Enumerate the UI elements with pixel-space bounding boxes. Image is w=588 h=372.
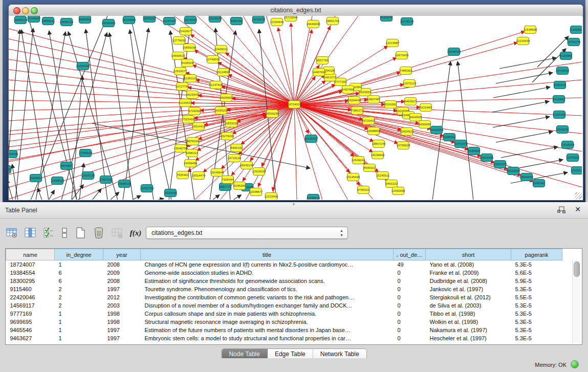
table-cell[interactable]: 5.3E-5 — [511, 310, 562, 318]
network-node[interactable]: 16914479 — [192, 172, 206, 180]
table-cell[interactable]: 1 — [55, 310, 103, 318]
network-node[interactable]: 18807249 — [372, 140, 386, 148]
network-node[interactable]: 11142891 — [570, 26, 582, 34]
network-node[interactable]: 10654923 — [400, 128, 414, 136]
tab-network-table[interactable]: Network Table — [313, 349, 366, 359]
table-cell[interactable]: 49 — [394, 260, 426, 269]
table-cell[interactable]: 5.3E-5 — [511, 285, 562, 293]
network-node[interactable]: 9129966 — [560, 52, 572, 60]
column-chooser-icon[interactable] — [24, 226, 37, 239]
table-cell[interactable]: 2 — [55, 285, 103, 293]
table-cell[interactable]: Genome-wide association studies in ADHD. — [141, 269, 394, 277]
network-node[interactable]: 16649100 — [240, 162, 254, 169]
table-row[interactable]: 946362711997Embryonic stem cells: a mode… — [6, 334, 562, 342]
network-node[interactable]: 8878334 — [187, 138, 199, 145]
network-node[interactable]: 11548877 — [249, 188, 263, 196]
table-cell[interactable]: 5.3E-5 — [511, 326, 562, 334]
network-node[interactable]: 16055200 — [214, 107, 228, 115]
network-node[interactable]: 17016504 — [561, 141, 575, 149]
network-edge[interactable] — [9, 180, 13, 200]
network-edge[interactable] — [49, 190, 54, 200]
network-edge[interactable] — [294, 26, 330, 104]
network-node[interactable]: 10997870 — [493, 161, 507, 168]
table-cell[interactable]: Nakamura et al. (1997) — [426, 326, 511, 334]
network-node[interactable]: 10756928 — [397, 142, 410, 149]
network-node[interactable]: 9438904 — [468, 147, 480, 155]
network-node[interactable]: 9106524 — [181, 59, 193, 67]
table-scrollbar[interactable] — [572, 260, 580, 343]
network-node[interactable]: 19861791 — [326, 17, 340, 25]
table-cell[interactable]: 1 — [55, 318, 103, 326]
network-node[interactable]: 15124899 — [216, 69, 230, 76]
network-node[interactable]: 9245099 — [233, 182, 246, 190]
network-node[interactable]: 6938922 — [443, 134, 455, 141]
table-cell[interactable]: 2008 — [103, 277, 141, 285]
table-cell[interactable]: 18724007 — [6, 260, 55, 269]
network-node[interactable]: 16958107 — [118, 180, 132, 188]
network-node[interactable]: 8216060 — [384, 101, 397, 108]
network-node[interactable]: 9115460 — [420, 104, 432, 112]
column-header-out_de[interactable]: ▵out_de… — [394, 249, 426, 260]
network-node[interactable]: 7525402 — [182, 116, 194, 123]
network-node[interactable]: 10719100 — [228, 155, 242, 162]
network-edge[interactable] — [294, 104, 494, 163]
network-node[interactable]: 16640930 — [307, 20, 320, 28]
table-cell[interactable]: 5.5E-5 — [511, 293, 562, 301]
network-node[interactable]: 10549244 — [352, 157, 365, 164]
network-node[interactable]: 10698016 — [307, 194, 320, 200]
network-node[interactable]: 9463627 — [404, 98, 417, 105]
network-node[interactable]: 12740607 — [27, 16, 41, 23]
network-node[interactable]: 11923446 — [164, 189, 178, 197]
table-cell[interactable]: 0 — [394, 326, 426, 334]
table-row[interactable]: 977716911998Corpus callosum shape and si… — [6, 310, 562, 318]
table-cell[interactable]: 1997 — [103, 285, 141, 293]
network-node[interactable]: 14660610 — [171, 52, 185, 60]
network-node[interactable]: 3918891 — [30, 174, 42, 182]
table-row[interactable]: 1938455462009Genome-wide association stu… — [6, 269, 562, 277]
row-height-icon[interactable] — [60, 226, 69, 239]
network-node[interactable]: 12916077 — [173, 68, 187, 75]
network-node[interactable]: 11568529 — [51, 177, 64, 185]
column-header-pagerank[interactable]: pagerank — [511, 249, 562, 260]
network-edge[interactable] — [9, 104, 294, 187]
table-cell[interactable]: 0 — [394, 334, 426, 342]
network-node[interactable]: 16499489 — [184, 160, 198, 167]
table-cell[interactable]: 2012 — [103, 293, 141, 301]
table-row[interactable]: 911546021997Tourette syndrome. Phenomeno… — [6, 285, 562, 293]
table-cell[interactable]: Yano et al. (2008) — [426, 260, 511, 269]
network-edge[interactable] — [38, 188, 42, 200]
network-edge[interactable] — [537, 36, 569, 67]
network-edge[interactable] — [130, 30, 154, 200]
network-node[interactable]: 7485063 — [400, 67, 412, 75]
network-edge[interactable] — [110, 33, 133, 200]
network-edge[interactable] — [492, 101, 549, 112]
table-cell[interactable]: 22420046 — [6, 293, 55, 301]
table-cell[interactable]: 5.3E-5 — [511, 260, 562, 269]
network-node[interactable]: 9604595 — [409, 114, 422, 121]
function-builder-icon[interactable]: f(x) — [129, 226, 142, 239]
table-cell[interactable]: 6 — [55, 269, 103, 277]
table-row[interactable]: 946554611997Estimation of the future num… — [6, 326, 562, 334]
table-cell[interactable]: Wolkin et al. (1998) — [426, 318, 511, 326]
network-edge[interactable] — [9, 49, 294, 104]
column-header-title[interactable]: title — [141, 249, 394, 260]
network-node[interactable]: 9245042 — [533, 180, 545, 187]
table-selector-dropdown[interactable]: citations_edges.txt ▲▼ — [146, 227, 348, 239]
network-node[interactable]: 15856099 — [183, 44, 197, 52]
network-node[interactable]: 4413562 — [553, 96, 565, 103]
network-edge[interactable] — [294, 16, 312, 104]
network-node[interactable]: 22400677 — [179, 28, 193, 35]
network-node[interactable]: 15276000 — [221, 133, 234, 140]
network-node[interactable]: 9450222 — [385, 180, 398, 188]
network-node[interactable]: 12203110 — [571, 167, 582, 174]
table-cell[interactable]: 14569117 — [6, 301, 55, 310]
table-cell[interactable]: 1998 — [103, 318, 141, 326]
network-node[interactable]: 16782759 — [140, 185, 154, 192]
table-cell[interactable]: Stergiakouli et al. (2012) — [426, 293, 511, 301]
table-cell[interactable]: 1998 — [103, 310, 141, 318]
network-node[interactable]: 9498222 — [186, 149, 198, 157]
table-cell[interactable]: 1997 — [103, 334, 141, 342]
network-node[interactable]: 12154604 — [179, 99, 192, 107]
network-node[interactable]: 22734214 — [556, 67, 570, 75]
table-cell[interactable]: 5.3E-5 — [511, 318, 562, 326]
